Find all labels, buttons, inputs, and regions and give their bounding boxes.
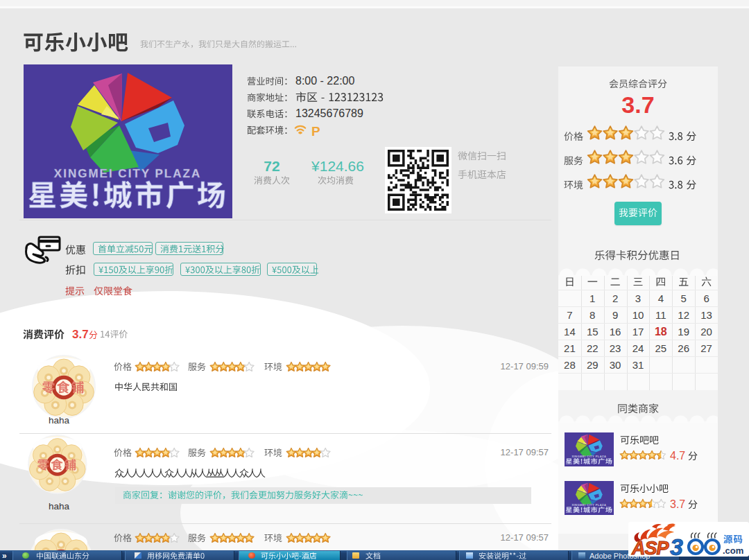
svg-text:3.7: 3.7 — [670, 498, 685, 510]
svg-text:17: 17 — [632, 326, 644, 338]
svg-text:14: 14 — [564, 326, 576, 338]
svg-text:18: 18 — [655, 326, 667, 338]
svg-text:72: 72 — [264, 158, 279, 174]
svg-text:9: 9 — [612, 309, 618, 321]
svg-text:3.7: 3.7 — [72, 328, 89, 341]
svg-text:13245676789: 13245676789 — [295, 107, 363, 119]
svg-text:6: 6 — [703, 292, 709, 304]
svg-text:24: 24 — [632, 342, 644, 354]
svg-text:haha: haha — [49, 501, 70, 511]
svg-text:11: 11 — [655, 309, 666, 321]
svg-text:3: 3 — [670, 534, 683, 559]
svg-text:5: 5 — [681, 292, 687, 304]
svg-text:8: 8 — [589, 309, 595, 321]
svg-text:ASP: ASP — [631, 538, 670, 559]
svg-text:haha: haha — [49, 415, 70, 426]
svg-text:12-17 09:57: 12-17 09:57 — [501, 532, 549, 543]
svg-text:12-17 09:57: 12-17 09:57 — [501, 447, 549, 457]
svg-text:16: 16 — [610, 326, 621, 338]
svg-text:26: 26 — [678, 342, 689, 354]
svg-text:2: 2 — [612, 292, 618, 304]
svg-text:.com: .com — [723, 545, 743, 556]
svg-text:8:00 - 22:00: 8:00 - 22:00 — [295, 75, 355, 87]
svg-text:10: 10 — [632, 309, 644, 321]
svg-text:»: » — [2, 551, 7, 560]
svg-text:23: 23 — [610, 342, 621, 354]
svg-text:4: 4 — [658, 292, 664, 304]
svg-text:3: 3 — [635, 292, 641, 304]
svg-text:22: 22 — [587, 342, 599, 354]
svg-text:12-17 09:59: 12-17 09:59 — [501, 361, 549, 371]
svg-text:30: 30 — [610, 359, 621, 371]
svg-text:12: 12 — [678, 309, 689, 321]
svg-text:21: 21 — [564, 342, 576, 354]
svg-text:13: 13 — [700, 309, 712, 321]
svg-text:28: 28 — [564, 359, 576, 371]
svg-text:7: 7 — [567, 309, 572, 321]
svg-text:29: 29 — [587, 359, 599, 371]
svg-text:¥124.66: ¥124.66 — [311, 158, 364, 174]
svg-text:20: 20 — [700, 326, 712, 338]
svg-text:1: 1 — [589, 292, 595, 304]
svg-text:27: 27 — [700, 342, 712, 354]
svg-text:3.7: 3.7 — [621, 91, 654, 118]
svg-text:4.7: 4.7 — [670, 450, 685, 462]
svg-text:25: 25 — [655, 342, 666, 354]
svg-text:19: 19 — [678, 326, 689, 338]
svg-text:31: 31 — [632, 359, 644, 371]
svg-text:15: 15 — [587, 326, 599, 338]
